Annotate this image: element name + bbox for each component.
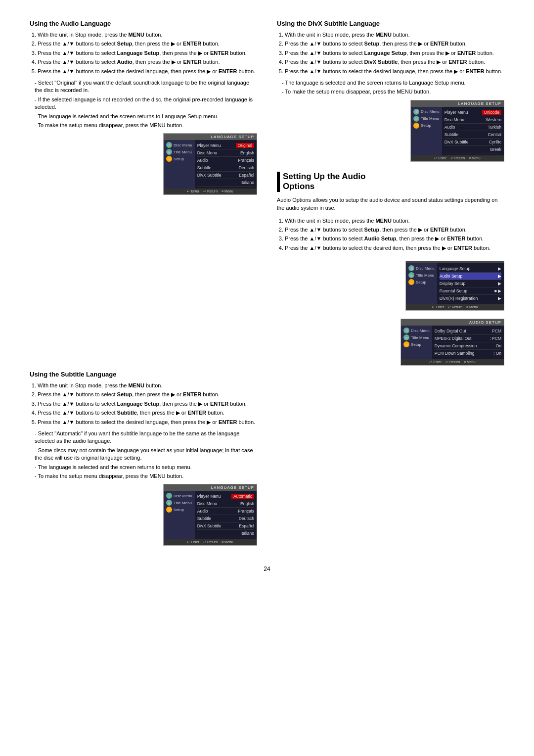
step-4: Press the ▲/▼ buttons to select Audio, t… (38, 58, 257, 66)
sl-step-1: With the unit in Stop mode, press the ME… (38, 382, 257, 389)
sl-note-1: Select "Automatic" if you want the subti… (35, 430, 257, 445)
sl-step-5: Press the ▲/▼ buttons to select the desi… (38, 419, 257, 426)
audio-options-screens: ☰ Disc Menu ▤ Title Menu ⚙ Setup (277, 257, 504, 366)
note-1: Select "Original" if you want the defaul… (35, 79, 257, 94)
divx-note-2: To make the setup menu disappear, press … (282, 88, 504, 95)
divx-subtitle-steps: With the unit in Stop mode, press the ME… (277, 31, 504, 75)
subtitle-screen-footer: ↵ Enter↩ Return≡ Menu (164, 539, 257, 545)
sm-footer: ↵ Enter↩ Return≡ Menu (406, 304, 504, 310)
sl-step-3: Press the ▲/▼ buttons to select Language… (38, 400, 257, 408)
ao-step-1: With the unit in Stop mode, press the ME… (285, 217, 504, 225)
as-footer: ↵ Enter↩ Return≡ Menu (401, 359, 504, 365)
step-1: With the unit in Stop mode, press the ME… (38, 31, 257, 39)
sm-row-display: Display Setup▶ (440, 280, 501, 287)
step-3: Press the ▲/▼ buttons to select Language… (38, 49, 257, 57)
divx-row-player-menu: Player MenuUnicode (445, 109, 501, 116)
row-divx-subtitle: DivX SubtitleEspañol (197, 172, 254, 179)
row-audio: AudioFrançais (197, 157, 254, 164)
subtitle-screen: LANGUAGE SETUP ☰ Disc Menu ▤ Title Menu … (163, 484, 257, 546)
sub-row-divx: DivX SubtitleEspañol (197, 522, 254, 530)
divx-sidebar-setup: ⚙ Setup (413, 123, 440, 129)
audio-options-heading: Setting Up the AudioOptions (277, 172, 504, 192)
sub-sidebar-disc: ☰ Disc Menu (166, 493, 192, 499)
sl-note-3: The language is selected and the screen … (35, 464, 257, 471)
divx-screen-header: LANGUAGE SETUP (411, 100, 504, 107)
as-sidebar-setup: ⚙ Setup (403, 341, 430, 347)
step-2: Press the ▲/▼ buttons to select Setup, t… (38, 40, 257, 47)
divx-row-disc-menu: Disc MenuWestern (445, 116, 501, 124)
sl-note-2: Some discs may not contain the language … (35, 447, 257, 462)
subtitle-sidebar: ☰ Disc Menu ▤ Title Menu ⚙ Setup (164, 491, 195, 539)
screen-content: Player MenuOriginal Disc MenuEnglish Aud… (195, 140, 257, 189)
note-2: If the selected language is not recorded… (35, 96, 257, 111)
sidebar-disc-menu: ☰ Disc Menu (166, 142, 192, 148)
divx-row-subtitle: SubtitleCentral (445, 131, 501, 139)
row-italiano: Italiano (197, 179, 254, 187)
audio-setup-header: AUDIO SETUP (401, 319, 504, 326)
sl-step-2: Press the ▲/▼ buttons to select Setup, t… (38, 391, 257, 398)
page: Using the Audio Language With the unit i… (30, 20, 504, 572)
subtitle-content: Player MenuAutomatic Disc MenuEnglish Au… (195, 491, 257, 539)
audio-language-steps: With the unit in Stop mode, press the ME… (30, 31, 257, 75)
setup-menu-sidebar: ☰ Disc Menu ▤ Title Menu ⚙ Setup (406, 263, 437, 304)
divx-subtitle-section: Using the DivX Subtitle Language With th… (277, 20, 504, 366)
divx-sidebar-disc-menu: ☰ Disc Menu (413, 109, 440, 115)
divx-note-1: The language is selected and the screen … (282, 79, 504, 87)
audio-language-title: Using the Audio Language (30, 20, 257, 27)
sub-sidebar-title: ▤ Title Menu (166, 500, 192, 506)
as-row-pcm: PCM Down Sampling: On (435, 350, 501, 357)
as-sidebar-title: ▤ Title Menu (403, 334, 430, 340)
ao-step-3: Press the ▲/▼ buttons to select Audio Se… (285, 235, 504, 242)
screen-header: LANGUAGE SETUP (164, 134, 257, 140)
divx-step-1: With the unit in Stop mode, press the ME… (285, 31, 504, 39)
divx-row-divx: DivX SubtitleCyrillic (445, 139, 501, 146)
audio-language-section: Using the Audio Language With the unit i… (30, 20, 257, 366)
step-5: Press the ▲/▼ buttons to select the desi… (38, 68, 257, 75)
sm-content: Language Setup▶ Audio Setup▶ Display Set… (437, 263, 504, 304)
as-content: Dolby Digital OutPCM MPEG-2 Digital Out:… (432, 326, 504, 359)
screen-sidebar: ☰ Disc Menu ▤ Title Menu ⚙ Setup (164, 140, 195, 189)
sidebar-title-menu: ▤ Title Menu (166, 149, 192, 155)
subtitle-screen-header: LANGUAGE SETUP (164, 484, 257, 491)
audio-options-title: Setting Up the AudioOptions (283, 172, 504, 192)
ao-step-2: Press the ▲/▼ buttons to select Setup, t… (285, 226, 504, 234)
divx-step-4: Press the ▲/▼ buttons to select DivX Sub… (285, 58, 504, 66)
note-4: To make the setup menu disappear, press … (35, 122, 257, 129)
ao-step-4: Press the ▲/▼ buttons to select the desi… (285, 244, 504, 252)
sl-note-4: To make the setup menu disappear, press … (35, 472, 257, 480)
sm-sidebar-setup: ⚙ Setup (408, 279, 435, 285)
divx-subtitle-notes: The language is selected and the screen … (277, 79, 504, 96)
divx-screen-footer: ↵ Enter↩ Return≡ Menu (411, 155, 504, 161)
audio-options-intro: Audio Options allows you to setup the au… (277, 196, 504, 212)
divx-row-greek: Greek (445, 146, 501, 153)
divx-screen: LANGUAGE SETUP ☰ Disc Menu ▤ Title Menu … (410, 100, 504, 162)
audio-setup-sidebar: ☰ Disc Menu ▤ Title Menu ⚙ Setup (401, 326, 432, 359)
screen-footer: ↵ Enter↩ Return≡ Menu (164, 189, 257, 194)
sub-row-player: Player MenuAutomatic (197, 493, 254, 500)
sub-row-italiano: Italiano (197, 530, 254, 537)
divx-row-audio: AudioTurkish (445, 124, 501, 131)
divx-content: Player MenuUnicode Disc MenuWestern Audi… (442, 107, 504, 155)
sub-row-disc: Disc MenuEnglish (197, 500, 254, 508)
subtitle-language-notes: Select "Automatic" if you want the subti… (30, 430, 257, 480)
divx-sidebar: ☰ Disc Menu ▤ Title Menu ⚙ Setup (411, 107, 442, 155)
setup-menu-screen: ☰ Disc Menu ▤ Title Menu ⚙ Setup (405, 261, 504, 311)
row-subtitle: SubtitleDeutsch (197, 164, 254, 172)
audio-setup-screen: AUDIO SETUP ☰ Disc Menu ▤ Title Menu (400, 319, 504, 366)
as-row-mpeg: MPEG-2 Digital Out: PCM (435, 335, 501, 342)
note-3: The language is selected and the screen … (35, 113, 257, 120)
subtitle-language-steps: With the unit in Stop mode, press the ME… (30, 382, 257, 426)
as-sidebar-disc: ☰ Disc Menu (403, 328, 430, 333)
as-row-dynamic: Dynamic Compression: On (435, 342, 501, 350)
audio-language-notes: Select "Original" if you want the defaul… (30, 79, 257, 129)
sm-row-divx-reg: DivX(R) Registration▶ (440, 295, 501, 302)
sm-sidebar-title: ▤ Title Menu (408, 272, 435, 278)
sl-step-4: Press the ▲/▼ buttons to select Subtitle… (38, 409, 257, 417)
audio-options-steps: With the unit in Stop mode, press the ME… (277, 217, 504, 252)
sm-row-audio: Audio Setup▶ (440, 273, 501, 280)
row-player-menu: Player MenuOriginal (197, 142, 254, 149)
page-number: 24 (30, 566, 504, 572)
sm-sidebar-disc: ☰ Disc Menu (408, 265, 435, 271)
as-row-dolby: Dolby Digital OutPCM (435, 328, 501, 335)
sub-row-audio: AudioFrançais (197, 508, 254, 515)
